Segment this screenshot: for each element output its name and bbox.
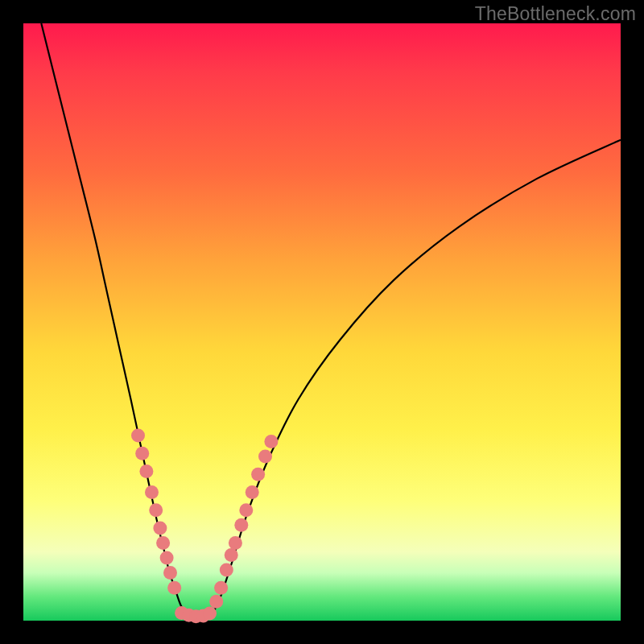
sample-dot: [153, 522, 167, 535]
sample-dot: [131, 429, 145, 443]
sample-dot: [149, 503, 163, 517]
bottleneck-curve: [41, 23, 621, 618]
sample-dot: [167, 581, 181, 595]
sample-dot: [234, 518, 248, 532]
sample-dot: [251, 468, 265, 481]
sample-dot: [258, 450, 272, 464]
sample-dot: [209, 595, 223, 609]
sample-dot: [160, 551, 174, 565]
sample-dot: [203, 607, 217, 621]
sample-dot: [163, 566, 177, 580]
watermark-text: TheBottleneck.com: [475, 3, 636, 25]
sample-dot: [229, 536, 242, 550]
sample-dot: [145, 485, 159, 499]
sample-dot: [214, 581, 228, 595]
sample-dot: [139, 464, 153, 478]
chart-svg: [23, 23, 621, 621]
sample-dot: [135, 447, 149, 460]
sample-dot: [225, 548, 238, 562]
sample-dot: [220, 563, 233, 576]
sample-dot: [264, 435, 278, 448]
sample-dot: [156, 536, 170, 550]
sample-dot: [246, 485, 259, 499]
chart-frame: TheBottleneck.com: [0, 0, 644, 644]
sample-dot: [239, 503, 253, 517]
